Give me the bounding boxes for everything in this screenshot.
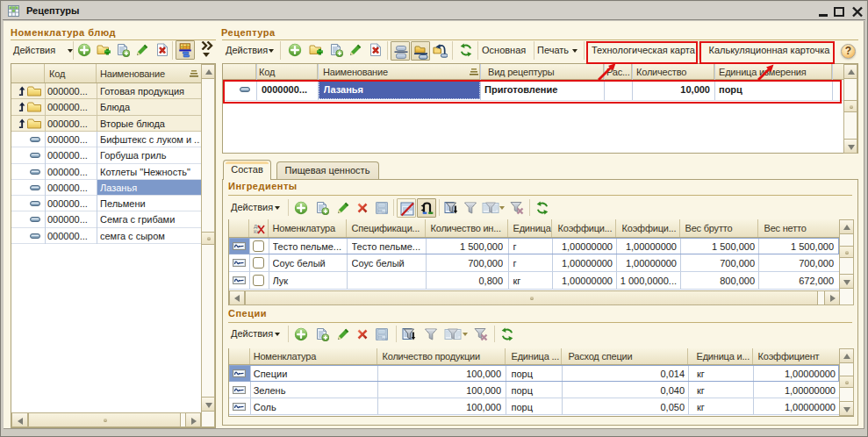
delete-icon[interactable] [355, 327, 369, 341]
tree-code: 000000... [47, 231, 95, 241]
copy-icon[interactable] [315, 201, 329, 215]
ingredient-row[interactable]: Лук0,800кг1,000000001 000,0000...800,000… [229, 272, 840, 290]
spices-actions-button[interactable]: Действия [231, 328, 273, 339]
ing-hscroll-left[interactable] [229, 290, 245, 305]
ing-vscroll-down[interactable] [839, 274, 854, 289]
filter-history-icon[interactable] [482, 201, 499, 215]
copy-icon[interactable] [315, 327, 329, 341]
spice-row[interactable]: Соль100,000порц0,050кг1,00000000 [229, 398, 840, 415]
left-hscroll-thumb[interactable] [28, 412, 181, 427]
copy-icon[interactable] [116, 43, 130, 57]
sp-vscroll-thumb[interactable] [839, 376, 854, 388]
tree-row[interactable]: 000000... Котлеты "Нежность" [11, 164, 201, 180]
title-bar[interactable]: Рецептуры [3, 2, 865, 20]
ing-unit: кг [513, 276, 550, 286]
left-vscrollbar[interactable] [201, 64, 215, 427]
ing-vscroll-thumb[interactable] [839, 246, 854, 258]
tree-row[interactable]: 000000... семга с сыром [11, 228, 201, 244]
filter-history-icon[interactable] [444, 327, 462, 341]
left-vscroll-thumb[interactable] [201, 232, 215, 245]
end-edit-icon[interactable] [375, 327, 389, 341]
close-button[interactable] [851, 6, 864, 18]
ingredients-actions-button[interactable]: Действия [231, 202, 273, 212]
filter-sort-icon[interactable] [444, 201, 458, 215]
edit-icon[interactable] [336, 201, 350, 215]
add-icon[interactable] [77, 43, 91, 57]
tree-row[interactable]: 000000... Готовая продукция [11, 83, 201, 99]
ing-hscroll-thumb[interactable] [245, 290, 818, 305]
sp-vscroll-down[interactable] [839, 401, 854, 416]
filter-value-icon[interactable] [424, 327, 438, 341]
grid-line [688, 382, 689, 398]
row-checkbox[interactable] [253, 275, 264, 286]
end-edit-icon[interactable] [375, 201, 389, 215]
filter-clear-icon[interactable] [510, 201, 524, 215]
recipes-vscroll-up[interactable] [843, 64, 857, 79]
print-button[interactable]: Печать [537, 45, 569, 55]
left-actions-button[interactable]: Действия [13, 45, 55, 55]
row-checkbox[interactable] [253, 257, 264, 269]
add-group-icon[interactable] [309, 43, 323, 57]
auto-height-button[interactable] [417, 198, 436, 218]
tree-col-icon[interactable] [11, 64, 45, 82]
delete-icon[interactable] [155, 43, 169, 57]
window-title: Рецептуры [26, 5, 79, 16]
tree-view-button[interactable] [411, 41, 430, 61]
copy-icon[interactable] [329, 43, 343, 57]
filter-value-icon[interactable] [463, 201, 477, 215]
show-deleted-button[interactable] [397, 198, 416, 218]
ing-vscroll-up[interactable] [839, 219, 854, 234]
ing-col-label: Вес нетто [764, 223, 807, 233]
tree-row[interactable]: 000000... Семга с грибами [11, 211, 201, 228]
refresh-icon[interactable] [535, 201, 549, 215]
add-icon[interactable] [294, 327, 308, 341]
tree-row[interactable]: 000000... Бифштекс с луком и ... [11, 132, 201, 147]
grid-line [347, 272, 348, 290]
toolbar-overflow-icon[interactable] [201, 41, 214, 50]
hierarchy-view-button[interactable] [176, 40, 195, 60]
recipes-col-icon[interactable] [223, 64, 256, 79]
edit-icon[interactable] [348, 43, 362, 57]
spice-row[interactable]: Зелень100,000порц0,040кг1,00000000 [229, 382, 840, 398]
grid-line [680, 272, 681, 290]
tree-row[interactable]: 000000... Лазанья [11, 180, 201, 196]
left-hscroll-left[interactable] [11, 412, 28, 427]
left-hscroll-right[interactable] [185, 412, 201, 427]
delete-icon[interactable] [355, 201, 369, 215]
filter-sort-icon[interactable] [402, 327, 416, 341]
spice-row[interactable]: Специи100,000порц0,014кг1,00000000 [229, 365, 840, 382]
tree-row[interactable]: 000000... Пельмени [11, 196, 201, 211]
left-vscroll-down[interactable] [201, 397, 215, 412]
edit-icon[interactable] [336, 327, 350, 341]
maximize-button[interactable] [834, 7, 844, 17]
ingredient-row[interactable]: Соус белыйСоус белый700,000г1,000000001,… [229, 254, 840, 272]
edit-icon[interactable] [135, 43, 149, 57]
recipes-vscroll-down[interactable] [843, 139, 857, 154]
tab-sostav[interactable]: Состав [223, 160, 271, 180]
add-icon[interactable] [288, 43, 302, 57]
refresh-icon[interactable] [459, 43, 473, 57]
sp-vscroll-up[interactable] [839, 348, 854, 363]
main-button[interactable]: Основная [482, 45, 526, 55]
ing-col-icon[interactable] [229, 219, 250, 237]
add-icon[interactable] [294, 201, 308, 215]
recipes-vscroll-thumb[interactable] [843, 100, 857, 112]
delete-icon[interactable] [369, 43, 383, 57]
folder-icon [27, 86, 41, 97]
minimize-button[interactable] [819, 14, 828, 17]
ingredient-row[interactable]: Тесто пельме...Тесто пельме...1 500,000г… [229, 238, 840, 255]
move-to-group-icon[interactable] [433, 43, 448, 58]
tree-row[interactable]: 000000... Блюда [11, 99, 201, 116]
tree-row[interactable]: 000000... Горбуша гриль [11, 147, 201, 164]
filter-clear-icon[interactable] [474, 327, 488, 341]
ing-hscroll-right[interactable] [824, 290, 840, 305]
refresh-icon[interactable] [500, 327, 514, 341]
tab-nutrition[interactable]: Пищевая ценность [276, 161, 379, 179]
add-group-icon[interactable] [97, 43, 111, 57]
help-button[interactable]: ? [841, 44, 856, 59]
tree-row[interactable]: 000000... Вторые блюда [11, 116, 201, 132]
sp-col-icon[interactable] [229, 348, 250, 364]
list-view-button[interactable] [391, 41, 411, 61]
right-actions-button[interactable]: Действия [226, 45, 268, 55]
left-vscroll-up[interactable] [201, 64, 215, 79]
